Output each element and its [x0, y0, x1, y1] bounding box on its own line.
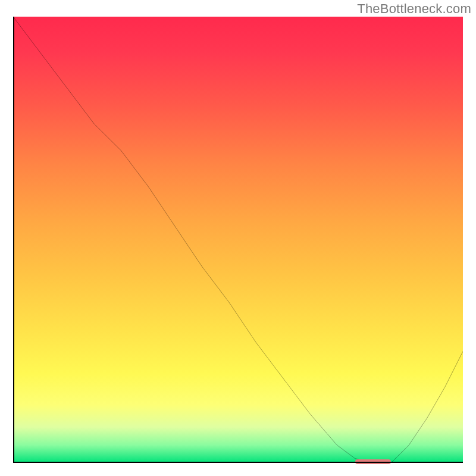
watermark-text: TheBottleneck.com [357, 1, 471, 17]
curve-path [13, 17, 463, 463]
bottleneck-chart: TheBottleneck.com [0, 0, 476, 476]
optimum-marker [355, 459, 391, 464]
plot-area [13, 17, 463, 463]
bottleneck-curve [13, 17, 463, 463]
